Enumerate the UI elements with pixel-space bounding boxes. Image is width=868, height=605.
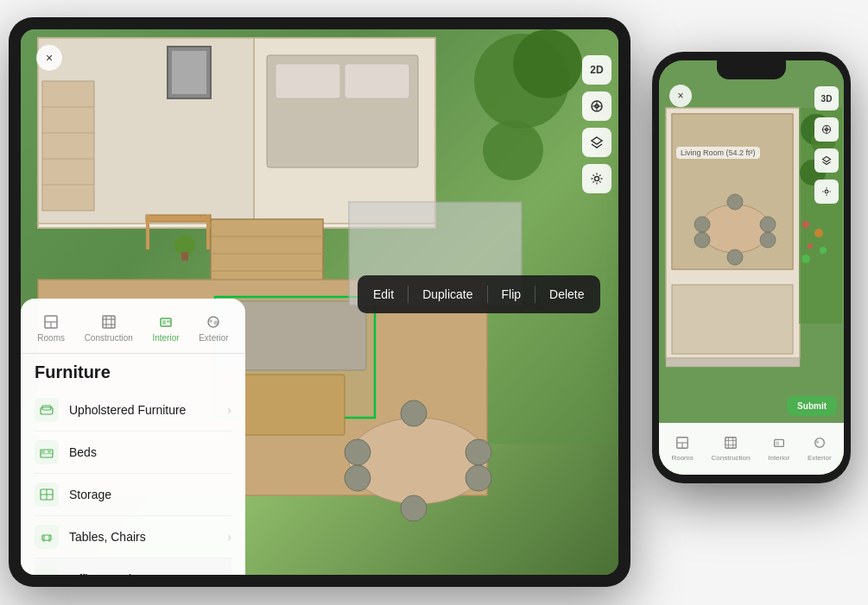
arrow-office: › [227, 572, 231, 575]
svg-rect-86 [672, 114, 793, 269]
office-icon [35, 567, 59, 575]
context-duplicate[interactable]: Duplicate [410, 282, 485, 306]
furniture-item-office[interactable]: Office Furniture › [35, 558, 231, 575]
iphone-toolbar: 3D [814, 86, 839, 204]
svg-point-87 [700, 205, 770, 253]
svg-rect-64 [41, 453, 53, 455]
ipad-screen: × 2D [21, 29, 618, 575]
tab-rooms[interactable]: Rooms [30, 309, 72, 346]
interior-icon [158, 314, 174, 330]
svg-point-99 [814, 229, 823, 237]
iphone-tab-interior-label: Interior [768, 454, 789, 462]
svg-rect-84 [666, 108, 800, 358]
svg-rect-50 [103, 316, 115, 328]
iphone-submit-button[interactable]: Submit [787, 396, 837, 416]
storage-icon [35, 482, 59, 507]
svg-rect-66 [48, 451, 51, 453]
furniture-item-upholstered[interactable]: Upholstered Furniture › [35, 389, 231, 432]
ipad-device: × 2D [9, 17, 630, 587]
iphone-layers-button[interactable] [814, 148, 839, 173]
svg-point-122 [815, 440, 819, 444]
svg-rect-56 [162, 320, 166, 325]
tables-icon [35, 525, 59, 549]
furniture-item-storage[interactable]: Storage [35, 474, 231, 516]
grid-icon [590, 99, 604, 113]
iphone-settings-button[interactable] [814, 180, 839, 204]
tab-exterior[interactable]: Exterior [192, 309, 235, 346]
svg-point-90 [760, 217, 776, 232]
iphone-device: Living Room (54.2 ft²) × 3D [652, 52, 851, 483]
iphone-tab-interior[interactable]: Interior [768, 436, 789, 462]
ipad-layers-button[interactable] [582, 128, 611, 157]
svg-marker-45 [592, 137, 602, 144]
tab-interior-label: Interior [152, 333, 179, 343]
svg-point-92 [727, 194, 743, 210]
iphone-layers-icon [821, 155, 832, 166]
svg-point-93 [727, 249, 743, 265]
iphone-settings-icon [821, 186, 832, 197]
tab-interior[interactable]: Interior [145, 309, 186, 346]
context-delete[interactable]: Delete [537, 282, 596, 306]
svg-rect-114 [725, 438, 736, 448]
furniture-item-beds[interactable]: Beds [35, 432, 231, 474]
tab-exterior-label: Exterior [199, 333, 228, 343]
ipad-close-button[interactable]: × [36, 45, 62, 71]
iphone-tab-exterior[interactable]: Exterior [808, 436, 832, 462]
svg-rect-103 [672, 285, 793, 354]
tab-construction[interactable]: Construction [78, 309, 140, 346]
context-menu: Edit Duplicate Flip Delete [358, 275, 600, 313]
tab-rooms-label: Rooms [37, 333, 65, 343]
ipad-bottom-panel: Rooms Construction [21, 299, 245, 575]
construction-icon [101, 314, 117, 330]
iphone-tab-rooms[interactable]: Rooms [671, 436, 693, 462]
furniture-section-title: Furniture [35, 362, 231, 382]
furniture-label-storage: Storage [69, 488, 231, 501]
iphone-close-button[interactable]: × [669, 85, 692, 107]
iphone-exterior-icon [813, 436, 827, 452]
svg-point-60 [214, 321, 219, 325]
iphone-tab-bar: Rooms Construction [659, 423, 844, 475]
iphone-grid-icon [821, 124, 832, 135]
ipad-grid-button[interactable] [582, 91, 611, 121]
iphone-grid-button[interactable] [814, 117, 839, 142]
furniture-label-beds: Beds [69, 445, 231, 459]
svg-point-91 [760, 232, 776, 248]
layers-icon [590, 135, 604, 149]
svg-rect-71 [43, 535, 45, 542]
svg-rect-85 [672, 114, 793, 269]
rooms-icon [43, 314, 59, 330]
iphone-screen: Living Room (54.2 ft²) × 3D [659, 60, 844, 475]
exterior-icon [206, 314, 221, 330]
settings-icon [590, 172, 604, 186]
scene: × 2D [0, 0, 868, 605]
context-flip[interactable]: Flip [490, 282, 534, 306]
svg-point-88 [694, 217, 710, 232]
iphone-interior-icon [772, 436, 786, 452]
iphone-room-label: Living Room (54.2 ft²) [676, 147, 760, 159]
furniture-label-upholstered: Upholstered Furniture [69, 403, 227, 417]
iphone-3d-button[interactable]: 3D [814, 86, 839, 110]
svg-marker-109 [823, 157, 831, 162]
iphone-rooms-icon [675, 436, 689, 452]
tab-construction-label: Construction [85, 333, 133, 343]
tab-bar: Rooms Construction [21, 309, 245, 354]
svg-point-59 [209, 319, 212, 323]
iphone-tab-construction-label: Construction [712, 454, 751, 462]
context-edit[interactable]: Edit [361, 282, 406, 306]
iphone-tab-rooms-label: Rooms [671, 454, 693, 462]
ipad-2d-button[interactable]: 2D [582, 55, 611, 85]
divider-2 [487, 286, 488, 303]
upholstered-icon [35, 398, 59, 422]
furniture-label-tables: Tables, Chairs [69, 530, 227, 544]
furniture-label-office: Office Furniture [69, 572, 227, 575]
arrow-upholstered: › [227, 403, 231, 417]
beds-icon [35, 440, 59, 464]
furniture-item-tables[interactable]: Tables, Chairs › [35, 516, 231, 558]
iphone-tab-construction[interactable]: Construction [712, 436, 751, 462]
svg-rect-104 [666, 358, 800, 367]
ipad-settings-button[interactable] [582, 164, 611, 193]
iphone-tab-exterior-label: Exterior [808, 454, 832, 462]
svg-point-89 [694, 232, 710, 248]
furniture-section: Furniture Upholstered Furniture › [21, 354, 245, 575]
svg-rect-65 [41, 451, 45, 453]
